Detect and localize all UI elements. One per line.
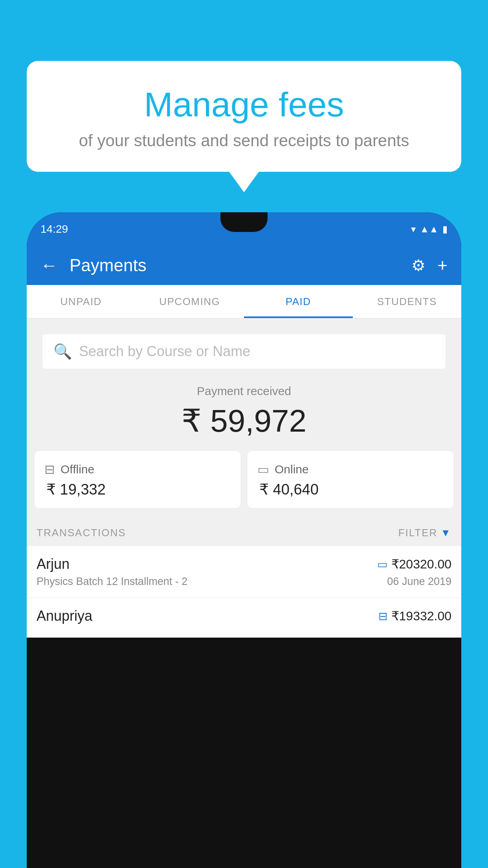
transactions-label: TRANSACTIONS	[37, 527, 126, 539]
online-payment-icon: ▭	[257, 462, 269, 477]
transaction-amount: ⊟ ₹19332.00	[378, 609, 451, 623]
tab-upcoming[interactable]: UPCOMING	[136, 285, 244, 318]
tab-paid[interactable]: PAID	[244, 285, 353, 318]
online-label: Online	[275, 463, 309, 476]
battery-icon: ▮	[442, 224, 448, 235]
bubble-title: Manage fees	[46, 85, 442, 124]
phone-notch	[220, 212, 268, 232]
payment-amount: ₹ 59,972	[27, 403, 461, 439]
online-transaction-icon: ▭	[377, 558, 387, 571]
filter-button[interactable]: FILTER ▼	[398, 527, 451, 539]
status-icons: ▾ ▲▲ ▮	[411, 224, 448, 235]
transaction-name: Anupriya	[37, 608, 92, 624]
offline-payment-icon: ⊟	[44, 462, 55, 477]
transaction-date: 06 June 2019	[387, 576, 451, 588]
transaction-amount: ▭ ₹20320.00	[377, 557, 451, 572]
search-icon: 🔍	[53, 343, 72, 360]
page-title: Payments	[70, 256, 400, 275]
transactions-header: TRANSACTIONS FILTER ▼	[27, 520, 461, 546]
phone-frame: 14:29 ▾ ▲▲ ▮ ← Payments ⚙ + UNPAID UPCOM…	[27, 212, 461, 868]
signal-icon: ▲▲	[420, 224, 438, 235]
offline-label: Offline	[61, 463, 94, 476]
search-bar[interactable]: 🔍 Search by Course or Name	[42, 334, 446, 369]
tab-students[interactable]: STUDENTS	[353, 285, 462, 318]
search-wrapper: 🔍 Search by Course or Name	[27, 318, 461, 369]
status-bar: 14:29 ▾ ▲▲ ▮	[27, 212, 461, 246]
settings-icon[interactable]: ⚙	[411, 256, 426, 274]
transaction-bottom: Physics Batch 12 Installment - 2 06 June…	[37, 576, 451, 588]
transaction-top: Arjun ▭ ₹20320.00	[37, 556, 451, 572]
payment-received-label: Payment received	[27, 384, 461, 398]
offline-card: ⊟ Offline ₹ 19,332	[35, 451, 240, 508]
status-time: 14:29	[40, 223, 68, 235]
offline-transaction-icon: ⊟	[378, 610, 387, 623]
speech-bubble-container: Manage fees of your students and send re…	[27, 61, 461, 172]
transaction-name: Arjun	[37, 556, 70, 572]
bubble-subtitle: of your students and send receipts to pa…	[46, 131, 442, 150]
tab-unpaid[interactable]: UNPAID	[27, 285, 136, 318]
transaction-row[interactable]: Anupriya ⊟ ₹19332.00	[27, 598, 461, 638]
offline-amount: ₹ 19,332	[44, 481, 231, 498]
add-button[interactable]: +	[437, 256, 448, 275]
transaction-row[interactable]: Arjun ▭ ₹20320.00 Physics Batch 12 Insta…	[27, 546, 461, 598]
payment-summary: Payment received ₹ 59,972	[27, 369, 461, 451]
transaction-detail: Physics Batch 12 Installment - 2	[37, 576, 187, 588]
offline-card-top: ⊟ Offline	[44, 462, 231, 477]
online-amount: ₹ 40,640	[257, 481, 444, 498]
filter-icon: ▼	[440, 527, 451, 539]
tabs-bar: UNPAID UPCOMING PAID STUDENTS	[27, 285, 461, 318]
back-button[interactable]: ←	[40, 256, 58, 275]
wifi-icon: ▾	[411, 224, 416, 235]
online-card: ▭ Online ₹ 40,640	[248, 451, 453, 508]
search-input[interactable]: Search by Course or Name	[79, 343, 250, 360]
transaction-top: Anupriya ⊟ ₹19332.00	[37, 608, 451, 624]
online-card-top: ▭ Online	[257, 462, 444, 477]
payment-cards: ⊟ Offline ₹ 19,332 ▭ Online ₹ 40,640	[27, 451, 461, 520]
header-icons: ⚙ +	[411, 256, 448, 275]
phone-screen: 🔍 Search by Course or Name Payment recei…	[27, 318, 461, 638]
speech-bubble: Manage fees of your students and send re…	[27, 61, 461, 172]
app-header: ← Payments ⚙ +	[27, 246, 461, 285]
